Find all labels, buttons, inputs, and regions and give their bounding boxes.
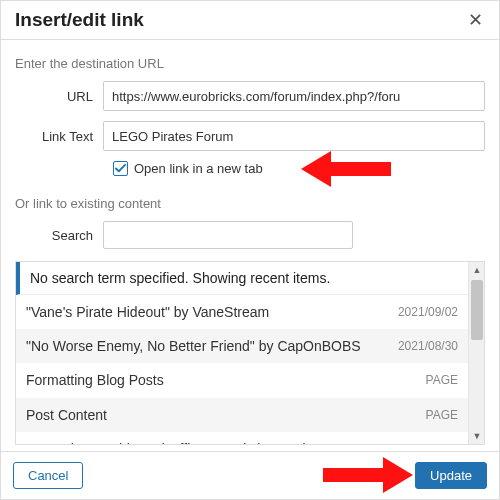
scroll-thumb[interactable] [471, 280, 483, 340]
help-text: Enter the destination URL [15, 56, 485, 71]
result-meta: PAGE [426, 373, 458, 387]
link-dialog: Insert/edit link ✕ Enter the destination… [0, 0, 500, 500]
results-list: No search term specified. Showing recent… [16, 262, 468, 444]
dialog-body: Enter the destination URL URL Link Text … [1, 40, 499, 451]
result-title: Post Content [26, 406, 426, 424]
newtab-row: Open link in a new tab [113, 161, 485, 176]
linktext-input[interactable] [103, 121, 485, 151]
search-row: Search [15, 221, 485, 249]
search-input[interactable] [103, 221, 353, 249]
newtab-checkbox[interactable] [113, 161, 128, 176]
list-item[interactable]: Post Content PAGE [16, 398, 468, 432]
result-title: "Vane's Pirate Hideout" by VaneStream [26, 303, 398, 321]
url-row: URL [15, 81, 485, 111]
results-panel: No search term specified. Showing recent… [15, 261, 485, 445]
result-title: "Beauchamp Shipyard Offices, Logistics, … [26, 440, 398, 444]
scrollbar[interactable]: ▲ ▼ [468, 262, 484, 444]
url-label: URL [15, 89, 103, 104]
list-item[interactable]: "Beauchamp Shipyard Offices, Logistics, … [16, 432, 468, 444]
results-notice: No search term specified. Showing recent… [16, 262, 468, 295]
result-meta: PAGE [426, 408, 458, 422]
dialog-title: Insert/edit link [15, 9, 144, 31]
list-item[interactable]: Formatting Blog Posts PAGE [16, 363, 468, 397]
cancel-button[interactable]: Cancel [13, 462, 83, 489]
newtab-label[interactable]: Open link in a new tab [134, 161, 263, 176]
linktext-row: Link Text [15, 121, 485, 151]
result-meta: 2021/09/02 [398, 305, 458, 319]
dialog-header: Insert/edit link ✕ [1, 1, 499, 40]
dialog-footer: Cancel Update [1, 451, 499, 499]
update-button[interactable]: Update [415, 462, 487, 489]
annotation-arrow-icon [323, 457, 413, 493]
list-item[interactable]: "No Worse Enemy, No Better Friend" by Ca… [16, 329, 468, 363]
scroll-down-icon[interactable]: ▼ [469, 428, 485, 444]
list-item[interactable]: "Vane's Pirate Hideout" by VaneStream 20… [16, 295, 468, 329]
linktext-label: Link Text [15, 129, 103, 144]
close-icon[interactable]: ✕ [464, 9, 487, 31]
result-meta: 2021/08/30 [398, 339, 458, 353]
result-title: "No Worse Enemy, No Better Friend" by Ca… [26, 337, 398, 355]
annotation-arrow-icon [301, 151, 391, 187]
url-input[interactable] [103, 81, 485, 111]
search-label: Search [15, 228, 103, 243]
check-icon [115, 163, 126, 174]
result-title: Formatting Blog Posts [26, 371, 426, 389]
existing-label: Or link to existing content [15, 196, 485, 211]
scroll-up-icon[interactable]: ▲ [469, 262, 485, 278]
